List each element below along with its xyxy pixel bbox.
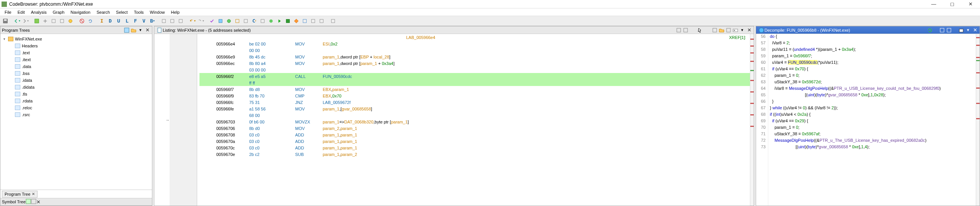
listing-row[interactable]: 0059670c03 c0ADDparam_1,param_1	[199, 144, 750, 151]
tool-icon-2[interactable]	[41, 17, 49, 25]
refresh-icon[interactable]	[87, 17, 94, 25]
pt-open-icon[interactable]	[131, 27, 137, 33]
decomp-line[interactable]: [(uint)(byte)*gvar_00685658 * 0xe],1,0x2…	[770, 92, 976, 99]
decomp-line[interactable]: if (uVar4 == 0x70) {	[770, 67, 976, 73]
tree-node[interactable]: Headers	[2, 42, 150, 49]
decomp-line[interactable]: uStackY_38 = 0x59672d;	[770, 79, 976, 86]
minimize-button[interactable]: —	[928, 1, 939, 7]
tree-node[interactable]: .reloc	[2, 104, 150, 111]
decomp-line[interactable]: iVar8 = MessageDlgPosHelp((&PTR_u_USB_Li…	[770, 86, 976, 92]
decomp-line[interactable]: do {	[770, 34, 976, 41]
program-tree[interactable]: ▾WinFXNet.exe Headers.text.itext.data.bs…	[0, 34, 152, 190]
tab-close-icon[interactable]: ✕	[32, 192, 35, 196]
lh-icon-6[interactable]	[732, 27, 738, 33]
decomp-line[interactable]: }	[770, 99, 976, 105]
listing-row[interactable]: 68 00	[199, 112, 750, 118]
redo-icon[interactable]: ▾	[197, 17, 204, 25]
listing-row[interactable]: 03 00 00	[199, 67, 750, 73]
tree-node[interactable]: .rdata	[2, 97, 150, 104]
menu-search[interactable]: Search	[93, 10, 113, 15]
play-icon[interactable]	[276, 17, 283, 25]
decomp-line[interactable]: param_1 = 0;	[770, 125, 976, 131]
tree-node[interactable]: .tls	[2, 91, 150, 97]
toolE1[interactable]	[217, 17, 224, 25]
toolE12[interactable]	[318, 17, 325, 25]
forward-icon[interactable]: ▾	[21, 17, 29, 25]
listing-row[interactable]: 005966f78b d8MOVEBX,param_1	[199, 86, 750, 92]
listing-row[interactable]: 005966f2e8 e5 a5CALLFUN_00590cdc	[199, 73, 750, 79]
pt-icon-1[interactable]	[124, 27, 130, 33]
tb-U[interactable]: U	[115, 17, 122, 25]
toolE9[interactable]	[292, 17, 300, 25]
dh-refresh-icon[interactable]	[927, 27, 933, 33]
toolE7[interactable]	[267, 17, 275, 25]
lh-icon-1[interactable]	[676, 27, 682, 33]
program-tree-tab[interactable]: Program Tree✕	[2, 191, 38, 198]
menu-window[interactable]: Window	[147, 10, 168, 15]
decomp-line[interactable]: MessageDlgPosHelp((&PTR_u_The_USB_Licens…	[770, 138, 976, 144]
decomp-line[interactable]: uStackY_38 = 0x5967af;	[770, 131, 976, 138]
decompile-view[interactable]: 565758596061626364656667686970717273 do …	[756, 34, 980, 206]
listing-row[interactable]: 0059670a03 c0ADDparam_1,param_1	[199, 138, 750, 144]
decomp-line[interactable]: puVar11 = (undefined4 *)(param_1 + 0x3a4…	[770, 47, 976, 54]
lh-menu-icon[interactable]: ▾	[739, 27, 745, 33]
dh-icon-1[interactable]	[939, 27, 945, 33]
listing-row[interactable]: ff ff	[199, 79, 750, 86]
toolE6[interactable]	[259, 17, 266, 25]
toolE11[interactable]	[309, 17, 317, 25]
tb-I[interactable]: I	[98, 17, 106, 25]
undo-icon[interactable]: ▾	[188, 17, 196, 25]
tb-B[interactable]: B▾	[149, 17, 156, 25]
listing-row[interactable]: 0059670803 c0ADDparam_1,param_1	[199, 131, 750, 138]
tool-icon-1[interactable]	[33, 17, 41, 25]
toolE4[interactable]	[242, 17, 250, 25]
menu-analysis[interactable]: Analysis	[28, 10, 50, 15]
lh-icon-3[interactable]	[712, 27, 718, 33]
listing-overview-bar[interactable]	[750, 34, 754, 206]
tree-node[interactable]: .rsrc	[2, 111, 150, 118]
menu-edit[interactable]: Edit	[15, 10, 28, 15]
listing-view[interactable]: LAB_005966e4XREF[1]: 005966e4be 02 00MOV…	[199, 34, 750, 206]
listing-row[interactable]: 005966fea1 58 56MOVparam_1,[gvar_0068565…	[199, 105, 750, 112]
tree-node[interactable]: .itext	[2, 56, 150, 63]
toolE3[interactable]	[234, 17, 241, 25]
decomp-line[interactable]: } while ((uVar4 != 0) && (iVar8 != 2));	[770, 105, 976, 112]
menu-graph[interactable]: Graph	[50, 10, 68, 15]
tree-root[interactable]: ▾WinFXNet.exe	[2, 36, 150, 42]
menu-navigation[interactable]: Navigation	[67, 10, 93, 15]
listing-row[interactable]: 005967030f b6 00MOVZXparam_1=>DAT_0068b3…	[199, 118, 750, 125]
menu-select[interactable]: Select	[113, 10, 131, 15]
listing-row[interactable]: 0059670e2b c2SUBparam_1,param_2	[199, 151, 750, 157]
pt-close-icon[interactable]: ✕	[144, 27, 150, 33]
tree-node[interactable]: .didata	[2, 84, 150, 91]
check-icon[interactable]	[208, 17, 216, 25]
tree-node[interactable]: .data	[2, 63, 150, 70]
pt-menu-icon[interactable]: ▾	[137, 27, 144, 33]
tree-node[interactable]: .text	[2, 49, 150, 56]
maximize-button[interactable]: ◻	[946, 1, 958, 7]
close-button[interactable]: ✕	[965, 1, 976, 7]
toolE2[interactable]	[225, 17, 233, 25]
toolE10[interactable]	[301, 17, 309, 25]
script-icon[interactable]	[329, 17, 337, 25]
lh-cursor-icon[interactable]	[697, 27, 703, 33]
lh-icon-4[interactable]	[719, 27, 725, 33]
decomp-line[interactable]: param_1 = 0;	[770, 73, 976, 79]
decomp-line[interactable]: if (uVar4 == 0x29) {	[770, 118, 976, 125]
st-icon-2[interactable]	[31, 199, 36, 205]
save-icon[interactable]	[2, 17, 9, 25]
listing-row[interactable]: 005966e98b 45 dcMOVparam_1,dword ptr [EB…	[199, 54, 750, 60]
dh-export-icon[interactable]	[958, 27, 964, 33]
dh-close-icon[interactable]: ✕	[972, 27, 978, 33]
dh-menu-icon[interactable]: ▾	[965, 27, 971, 33]
tb-V[interactable]: V	[140, 17, 148, 25]
tool-icon-5[interactable]	[67, 17, 74, 25]
decompile-overview-bar[interactable]	[976, 34, 980, 206]
tool-icon-3[interactable]	[50, 17, 57, 25]
tb-D[interactable]: D	[106, 17, 114, 25]
decomp-line[interactable]: uVar4 = FUN_00590cdc(*puVar11);	[770, 60, 976, 67]
lh-icon-2[interactable]	[683, 27, 689, 33]
toolE5[interactable]: Cf	[250, 17, 258, 25]
tb-L[interactable]: L	[123, 17, 131, 25]
tb-F[interactable]: F	[132, 17, 139, 25]
